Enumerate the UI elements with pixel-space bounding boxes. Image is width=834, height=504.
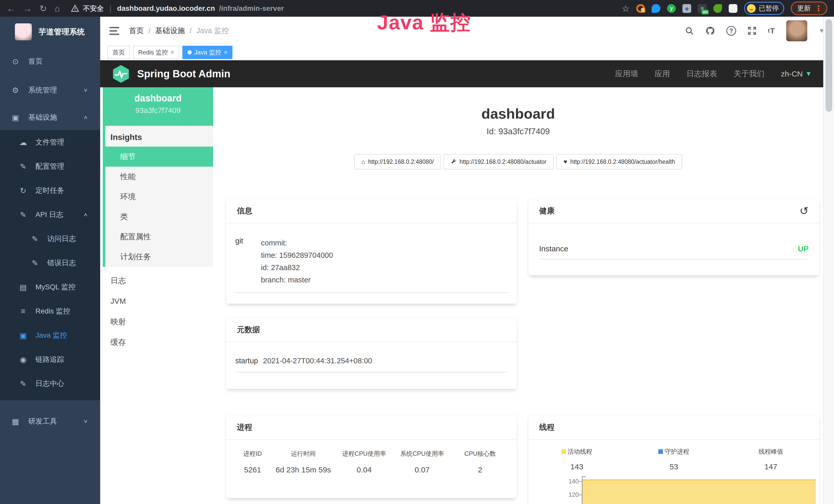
extension-icon[interactable] (652, 4, 660, 13)
avatar-emoji (747, 4, 756, 13)
scrollbar-thumb[interactable] (826, 19, 832, 112)
sidebar-item-access-logs[interactable]: ✎ 访问日志 (0, 227, 100, 251)
sba-nav: 应用墙 应用 日志报表 关于我们 zh-CN ▼ (615, 69, 812, 79)
extension-icon[interactable]: ≡on (698, 4, 707, 13)
actuator-url-button[interactable]: http://192.168.0.2:48080/actuator (444, 154, 554, 169)
extension-icon[interactable] (713, 4, 722, 13)
sidebar-item-system-mgmt[interactable]: ⚙ 系统管理 ∨ (0, 76, 100, 105)
metadata-key: startup (235, 357, 263, 365)
legend-live-threads: 活动线程 143 (528, 448, 626, 471)
extension-icon[interactable]: 1 (636, 4, 645, 13)
user-avatar[interactable] (786, 20, 807, 41)
service-url: http://192.168.0.2:48080/ (368, 158, 434, 165)
font-size-icon[interactable]: tT (768, 26, 775, 35)
address-bar[interactable]: 不安全 | dashboard.yudao.iocoder.cn/infra/a… (71, 4, 284, 13)
breadcrumb-infrastructure[interactable]: 基础设施 (155, 26, 185, 36)
sba-menu-caches[interactable]: 缓存 (103, 332, 213, 352)
column-header: CPU核心数 (451, 450, 509, 458)
sidebar-item-mysql-monitor[interactable]: ▤ MySQL 监控 (0, 275, 100, 299)
legend-swatch-yellow (562, 449, 566, 454)
sidebar-item-java-monitor[interactable]: ▣ Java 监控 (0, 323, 100, 347)
sba-nav-wallboard[interactable]: 应用墙 (615, 69, 638, 79)
search-icon[interactable] (685, 26, 694, 36)
info-card-header: 信息 (226, 199, 517, 223)
extension-icon[interactable]: y (667, 4, 676, 13)
back-icon[interactable]: ← (7, 4, 16, 13)
sba-nav-about[interactable]: 关于我们 (733, 69, 764, 79)
sba-language-select[interactable]: zh-CN ▼ (781, 70, 812, 78)
sidebar-item-trace[interactable]: ◉ 链路追踪 (0, 347, 100, 371)
sba-menu-details[interactable]: 细节 (103, 146, 213, 167)
sba-menu-scheduled-tasks[interactable]: 计划任务 (105, 247, 213, 267)
close-icon[interactable]: × (224, 49, 227, 56)
health-card-title: 健康 (539, 206, 554, 216)
tab-java-monitor[interactable]: Java 监控 × (182, 46, 233, 59)
sidebar-item-label: 系统管理 (28, 85, 57, 95)
browser-update-button[interactable]: 更新 ⋮ (791, 2, 827, 15)
github-icon[interactable] (705, 26, 715, 36)
process-col-cpus: CPU核心数 2 (451, 450, 509, 474)
sidebar-item-api-logs[interactable]: ✎ API 日志 ∧ (0, 203, 100, 227)
sidebar-item-infrastructure[interactable]: ▣ 基础设施 ∧ (0, 105, 100, 130)
close-icon[interactable]: × (171, 49, 174, 56)
help-icon[interactable]: ? (726, 26, 736, 36)
sba-instance-name: dashboard (103, 93, 213, 104)
collapse-sidebar-icon[interactable] (109, 27, 119, 35)
service-url-button[interactable]: ⌂ http://192.168.0.2:48080/ (354, 154, 441, 169)
legend-swatch-blue (658, 449, 663, 454)
profile-paused-badge[interactable]: 已暂停 (744, 2, 784, 15)
briefcase-icon: ▦ (11, 417, 20, 426)
sba-menu-metrics[interactable]: 性能 (105, 167, 213, 187)
home-icon[interactable]: ⌂ (55, 4, 60, 13)
sba-instance-header[interactable]: dashboard 93a3fc7f7409 (103, 87, 213, 126)
column-header: 进程ID (234, 450, 271, 458)
sba-menu-config-props[interactable]: 配置属性 (105, 227, 213, 247)
sba-nav-applications[interactable]: 应用 (655, 69, 670, 79)
monitor-icon: ▤ (19, 283, 28, 292)
app-logo-row[interactable]: 芋道管理系统 (0, 17, 100, 47)
sba-menu-mappings[interactable]: 映射 (103, 312, 213, 332)
sidebar-item-dev-tools[interactable]: ▦ 研发工具 ∨ (0, 407, 100, 436)
sidebar-item-redis-monitor[interactable]: ≡ Redis 监控 (0, 299, 100, 323)
bookmark-star-icon[interactable]: ☆ (622, 3, 630, 14)
forward-icon[interactable]: → (23, 4, 32, 13)
metadata-card: 元数据 startup 2021-04-27T00:44:31.254+08:0… (226, 318, 517, 389)
sba-menu-environment[interactable]: 环境 (105, 187, 213, 207)
y-axis-tick: 140 (537, 478, 579, 485)
history-icon[interactable]: ↺ (799, 206, 809, 216)
live-threads-area (583, 479, 816, 504)
browser-menu-icon[interactable]: ⋮ (815, 4, 822, 13)
health-row-label: Instance (539, 245, 568, 253)
sba-menu-jvm[interactable]: JVM (103, 291, 213, 312)
reload-icon[interactable]: ↻ (40, 4, 47, 13)
home-icon: ⌂ (361, 158, 365, 165)
health-instance-row[interactable]: Instance UP (528, 245, 819, 253)
breadcrumb-home[interactable]: 首页 (129, 26, 144, 36)
sidebar-item-config-mgmt[interactable]: ✎ 配置管理 (0, 154, 100, 179)
health-url-button[interactable]: ♥ http://192.168.0.2:48080/actuator/heal… (556, 154, 682, 169)
sidebar-item-file-mgmt[interactable]: ☁ 文件管理 (0, 130, 100, 154)
tab-home[interactable]: 首页 (107, 46, 130, 59)
sba-brand[interactable]: Spring Boot Admin (111, 65, 231, 84)
url-host: dashboard.yudao.iocoder.cn (117, 4, 215, 13)
sba-nav-journal[interactable]: 日志报表 (686, 69, 717, 79)
info-value: commit: time: 1596289704000 id: 27aa832 … (261, 237, 507, 286)
threads-area-chart: 140 120 100 (528, 476, 816, 504)
app-logo (15, 23, 32, 40)
sidebar-item-error-logs[interactable]: ✎ 错误日志 (0, 251, 100, 275)
sidebar-item-label: 配置管理 (36, 161, 64, 171)
process-card-title: 进程 (237, 422, 252, 433)
puzzle-extensions-icon[interactable] (729, 4, 738, 13)
sba-menu-classes[interactable]: 类 (105, 207, 213, 227)
extension-icon[interactable]: ◆ (682, 4, 691, 13)
sidebar-item-home[interactable]: ⊙ 首页 (0, 47, 100, 76)
sba-menu-logs[interactable]: 日志 (103, 270, 213, 291)
sidebar-item-log-center[interactable]: ✎ 日志中心 (0, 371, 100, 396)
tab-redis-monitor[interactable]: Redis 监控 × (133, 46, 179, 59)
fullscreen-icon[interactable] (747, 26, 757, 36)
sidebar-item-scheduled-tasks[interactable]: ↻ 定时任务 (0, 179, 100, 203)
page-scrollbar[interactable] (823, 17, 834, 504)
metadata-card-title: 元数据 (237, 324, 260, 335)
sidebar-item-label: Redis 监控 (36, 306, 70, 316)
update-label: 更新 (797, 4, 811, 13)
